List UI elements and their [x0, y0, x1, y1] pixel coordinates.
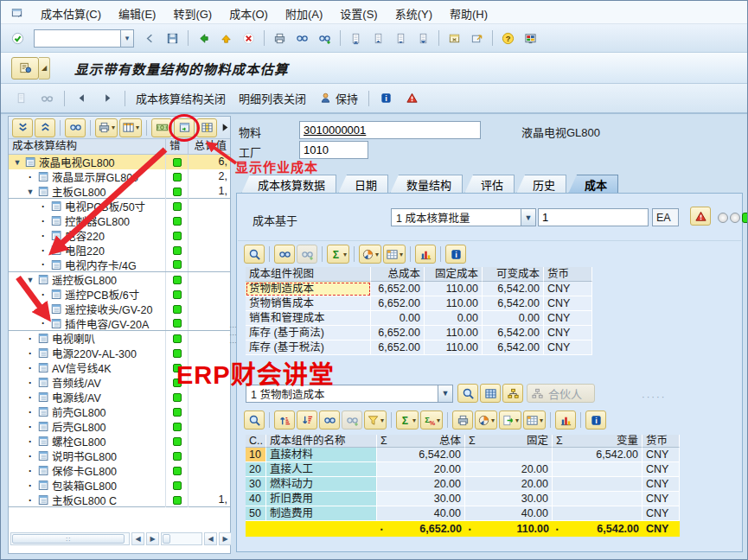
total-value-cell[interactable]	[189, 478, 230, 493]
tree-row[interactable]: ·AV信号线4K	[9, 360, 230, 375]
total-value-cell[interactable]	[189, 302, 230, 316]
table-row[interactable]: 40折旧费用30.0030.00CNY	[246, 492, 680, 506]
tab-评估[interactable]: 评估	[464, 175, 515, 194]
hold-button[interactable]: 保持	[314, 88, 363, 109]
scroll-right-button[interactable]: ▶	[146, 532, 159, 545]
status-cell[interactable]	[166, 228, 189, 243]
sort-ascending-button[interactable]	[274, 410, 295, 430]
column-header[interactable]: 可变成本	[483, 267, 544, 282]
tree-row[interactable]: ·电源线/AV	[9, 390, 230, 404]
total-value-cell[interactable]	[189, 449, 230, 463]
chevron-down-icon[interactable]: ▼	[438, 385, 452, 402]
overflow-button[interactable]	[219, 121, 229, 134]
print-button[interactable]: ▾	[95, 118, 118, 137]
totals-button[interactable]: Σ▾	[327, 245, 349, 264]
fixed-cell[interactable]	[465, 448, 553, 462]
total-value-cell[interactable]: 1,	[189, 184, 230, 199]
variable-cell[interactable]	[553, 462, 643, 477]
status-cell[interactable]	[166, 419, 189, 434]
total-value-cell[interactable]	[189, 258, 230, 271]
h-scrollbar-track[interactable]: ∷	[10, 532, 130, 545]
fixed-cell[interactable]: 20.00	[465, 462, 553, 477]
tree-row[interactable]: ·控制器GL800	[9, 213, 230, 228]
chart-view-button[interactable]: ▾	[359, 245, 381, 264]
menu-item-编辑[interactable]: 编辑(E)	[110, 1, 164, 23]
export-button[interactable]: ▾	[499, 410, 521, 430]
status-cell[interactable]	[166, 449, 189, 463]
fixed-cell[interactable]: 110.00	[425, 282, 483, 296]
status-cell[interactable]	[166, 463, 189, 478]
fixed-cell[interactable]: 30.00	[465, 492, 553, 506]
column-header[interactable]: Σ固定	[465, 435, 553, 448]
total-value-cell[interactable]: 1,	[189, 493, 230, 507]
new-session-button[interactable]	[444, 29, 464, 48]
total-value-cell[interactable]	[189, 463, 230, 478]
variable-cell[interactable]: 6,542.00	[553, 448, 643, 462]
tree-row[interactable]: ·后壳GL800	[9, 419, 230, 434]
name-cell[interactable]: 折旧费用	[266, 492, 377, 506]
status-cell[interactable]	[166, 243, 189, 258]
column-header[interactable]: 货币	[544, 267, 592, 282]
total-value-cell[interactable]	[189, 346, 230, 360]
status-cell[interactable]	[166, 360, 189, 375]
tree-row[interactable]: ·电源220V-AL-300	[9, 346, 230, 360]
name-cell[interactable]: 直接材料	[266, 448, 377, 462]
error-log-button[interactable]	[400, 88, 424, 109]
tree-expander-icon[interactable]: ▼	[25, 276, 35, 284]
last-page-button[interactable]	[413, 29, 433, 48]
lot-size-qty-input[interactable]	[538, 208, 649, 226]
chevron-down-icon[interactable]: ▾	[120, 29, 134, 48]
column-header[interactable]: 货币	[643, 435, 680, 448]
filter-button[interactable]: ▾	[364, 410, 387, 430]
column-header[interactable]: C..	[246, 435, 266, 448]
tree-row[interactable]: ·电视内存卡/4G	[9, 258, 230, 272]
menu-item-帮助[interactable]: 帮助(H)	[441, 1, 496, 23]
column-header[interactable]: 固定成本	[425, 267, 483, 282]
exit-button[interactable]	[216, 29, 236, 48]
title-menu-button[interactable]	[11, 57, 39, 80]
table-row[interactable]: 20直接人工20.0020.00CNY	[246, 462, 680, 477]
column-header[interactable]: Σ总体	[377, 435, 465, 448]
total-value-cell[interactable]	[189, 331, 230, 346]
table-row[interactable]: 货物销售成本6,652.00110.006,542.00CNY	[246, 296, 592, 311]
close-detail-list-button[interactable]: 明细列表关闭	[233, 88, 311, 109]
subtotal-button[interactable]: Σ%▾	[420, 410, 443, 430]
material-input[interactable]	[299, 121, 481, 139]
create-shortcut-button[interactable]	[467, 29, 487, 48]
total-value-cell[interactable]	[189, 375, 230, 390]
fixed-cell[interactable]: 0.00	[425, 311, 483, 326]
menu-item-附加[interactable]: 附加(A)	[277, 1, 331, 23]
total-cell[interactable]: 40.00	[377, 506, 465, 521]
total-value-cell[interactable]	[189, 419, 230, 434]
find-button[interactable]	[319, 410, 340, 430]
total-value-cell[interactable]	[189, 228, 230, 243]
variable-cell[interactable]: 6,542.00	[483, 326, 544, 340]
tab-日期[interactable]: 日期	[338, 175, 388, 194]
column-header-error[interactable]: 错	[166, 139, 189, 154]
total-cell[interactable]: 6,542.00	[377, 448, 465, 462]
tree-expander-icon[interactable]: ▼	[25, 188, 35, 196]
column-header[interactable]: 成本组件的名称	[266, 435, 377, 448]
status-cell[interactable]	[166, 404, 189, 419]
total-cell[interactable]: 0.00	[371, 311, 425, 326]
tab-历史[interactable]: 历史	[516, 175, 566, 194]
status-cell[interactable]	[166, 184, 189, 199]
currency-cell[interactable]: CNY	[643, 448, 680, 462]
tree-row[interactable]: ·电阻220	[9, 243, 230, 258]
total-cell[interactable]: 20.00	[377, 477, 465, 492]
fixed-cell[interactable]: 110.00	[425, 326, 483, 340]
name-cell[interactable]: 燃料动力	[266, 477, 377, 492]
column-header-structure[interactable]: 成本核算结构	[9, 139, 166, 154]
h-scrollbar-thumb[interactable]: ∷	[12, 534, 125, 544]
info-button[interactable]: i	[445, 245, 466, 264]
print-button[interactable]	[270, 29, 290, 48]
c-cell[interactable]: 10	[246, 448, 266, 462]
first-page-button[interactable]	[346, 29, 366, 48]
tab-成本[interactable]: 成本	[568, 175, 618, 194]
tree-row[interactable]: ·电容220	[9, 228, 230, 243]
fixed-cell[interactable]: 110.00	[425, 340, 483, 355]
table-row[interactable]: 10直接材料6,542.006,542.00CNY	[246, 448, 680, 462]
variable-cell[interactable]	[553, 506, 643, 521]
window-menu-icon[interactable]	[8, 4, 25, 20]
currency-cell[interactable]: CNY	[643, 462, 680, 477]
